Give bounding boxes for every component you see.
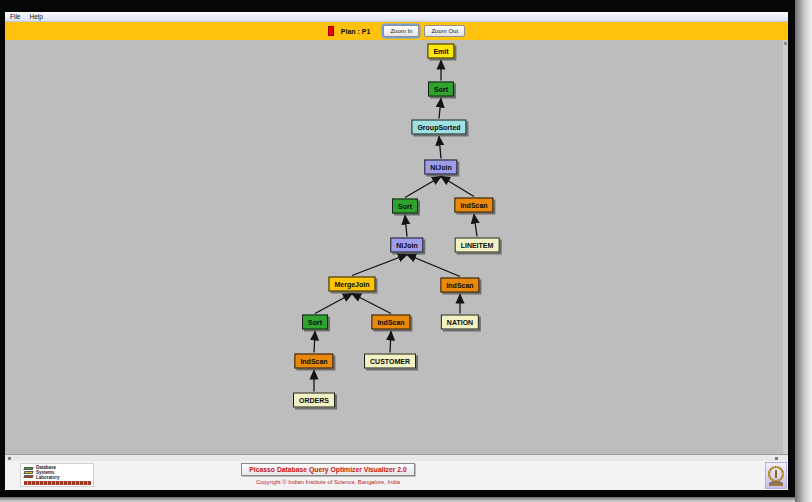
plan-edge-sort3-to-mergejoin [315, 294, 352, 314]
plan-edge-customer-to-indscan3 [390, 332, 391, 353]
footer-panel: Database Systems Laboratory Picasso Data… [5, 461, 788, 490]
menu-help[interactable]: Help [29, 13, 42, 20]
dsl-logo-text: Database Systems Laboratory [36, 466, 60, 480]
plan-node-groupsorted[interactable]: GroupSorted [411, 120, 466, 135]
dsl-logo-blocks-icon [24, 466, 33, 480]
plan-node-indscan2[interactable]: IndScan [440, 278, 479, 293]
menu-file[interactable]: File [10, 13, 20, 20]
plan-edge-nljoin2-to-sort2 [405, 216, 407, 237]
plan-node-sort1[interactable]: Sort [428, 82, 454, 97]
plan-canvas[interactable]: EmitSortGroupSortedNlJoinSortIndScanLINE… [5, 40, 788, 454]
vertical-scrollbar-notch [784, 42, 787, 45]
plan-node-nljoin1[interactable]: NlJoin [424, 160, 457, 175]
plan-node-sort3[interactable]: Sort [302, 315, 328, 330]
plan-node-indscan3[interactable]: IndScan [371, 315, 410, 330]
plan-node-orders[interactable]: ORDERS [293, 393, 335, 408]
app-title-badge: Picasso Database Query Optimizer Visuali… [241, 463, 414, 476]
credit-block: Picasso Database Query Optimizer Visuali… [242, 463, 414, 485]
plan-edge-indscan4-to-sort3 [314, 332, 315, 353]
plan-node-indscan4[interactable]: IndScan [294, 354, 333, 369]
dsl-logo-line3: Laboratory [36, 476, 60, 481]
horizontal-scrollbar-right-notch [775, 457, 778, 460]
dsl-logo-top: Database Systems Laboratory [24, 466, 91, 480]
iisc-emblem [765, 462, 787, 489]
plan-node-customer[interactable]: CUSTOMER [364, 354, 416, 369]
menu-bar: File Help [5, 12, 788, 22]
plan-node-nation[interactable]: NATION [441, 315, 479, 330]
vertical-scrollbar[interactable] [783, 40, 788, 454]
plan-node-indscan1[interactable]: IndScan [454, 198, 493, 213]
zoom-in-button[interactable]: Zoom In [383, 25, 419, 37]
window-drop-shadow-bottom [0, 497, 795, 502]
plan-node-sort2[interactable]: Sort [392, 199, 418, 214]
plan-edge-indscan1-to-nljoin1 [441, 177, 474, 197]
app-window-inner: File Help Plan : P1 Zoom In Zoom Out Emi [5, 12, 788, 490]
plan-edge-mergejoin-to-nljoin2 [352, 255, 407, 276]
plan-edge-indscan3-to-mergejoin [352, 294, 391, 314]
plan-node-nljoin2[interactable]: NlJoin [390, 238, 423, 253]
plan-color-swatch [328, 26, 334, 36]
plan-edge-groupsorted-to-sort1 [439, 99, 441, 119]
plan-node-lineitem[interactable]: LINEITEM [455, 238, 500, 253]
plan-node-emit[interactable]: Emit [427, 44, 454, 59]
dsl-lab-logo: Database Systems Laboratory [20, 463, 94, 487]
horizontal-scrollbar[interactable] [5, 454, 788, 461]
plan-label: Plan : P1 [341, 28, 371, 35]
iisc-emblem-icon [767, 465, 785, 487]
plan-edge-sort2-to-nljoin1 [405, 177, 441, 198]
plan-edge-nljoin1-to-groupsorted [439, 137, 441, 159]
zoom-out-button[interactable]: Zoom Out [424, 25, 465, 37]
plan-edge-indscan2-to-nljoin2 [407, 255, 460, 277]
plan-node-mergejoin[interactable]: MergeJoin [328, 277, 375, 292]
copyright-text: Copyright © Indian Institute of Science,… [256, 479, 400, 485]
window-drop-shadow-right [795, 0, 812, 502]
dsl-logo-banner [24, 481, 91, 485]
plan-edge-lineitem-to-indscan1 [474, 215, 477, 237]
app-window: File Help Plan : P1 Zoom In Zoom Out Emi [0, 0, 795, 497]
screenshot-stage: File Help Plan : P1 Zoom In Zoom Out Emi [0, 0, 812, 502]
plan-toolbar: Plan : P1 Zoom In Zoom Out [5, 22, 788, 40]
horizontal-scrollbar-left-notch [8, 457, 11, 460]
